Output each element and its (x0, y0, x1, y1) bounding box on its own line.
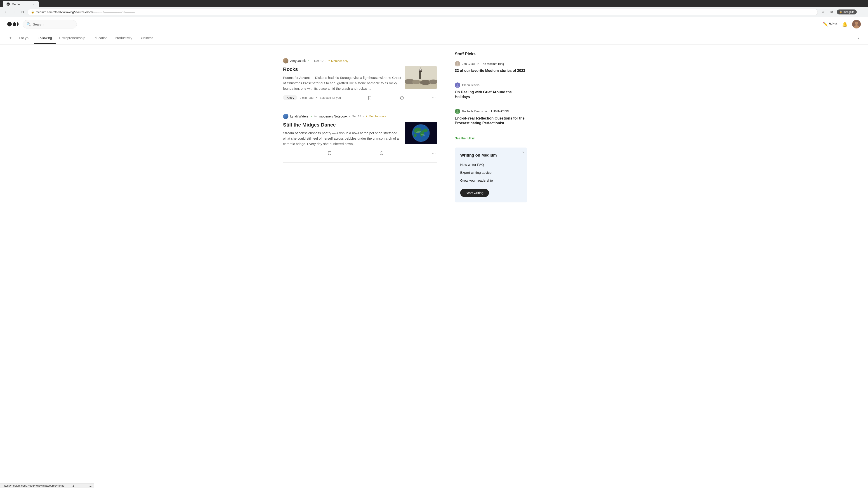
staff-pick-title[interactable]: 32 of our favorite Medium stories of 202… (455, 68, 527, 73)
tab-following[interactable]: Following (34, 32, 56, 44)
staff-pick-avatar (455, 83, 460, 88)
staff-pick-item: Jon Gluck in The Medium Blog 32 of our f… (455, 61, 527, 78)
main-content: Amy Jasek ✓ · Dec 12 · ✦ Member-only Roc… (276, 44, 592, 210)
nav-tabs: + For you Following Entrepreneurship Edu… (0, 32, 868, 44)
svg-point-47 (457, 110, 458, 112)
svg-point-2 (7, 22, 12, 26)
svg-point-39 (435, 153, 435, 154)
url-bar[interactable]: 🔒 medium.com/?feed=following&source=home… (28, 9, 818, 15)
expert-writing-advice-link[interactable]: Expert writing advice (460, 170, 522, 175)
nav-more-button[interactable]: › (856, 32, 861, 44)
writing-card-title: Writing on Medium (460, 153, 522, 158)
article-text: Rocks Poems for Advent — Dickens had his… (283, 66, 401, 91)
search-bar[interactable]: 🔍 Search (23, 20, 77, 29)
browser-tab-medium[interactable]: M Medium × (3, 1, 39, 7)
staff-pick-publication[interactable]: The Medium Blog (481, 62, 504, 66)
article-card: Lyndi Waters ✓ in Imogene's Notebook · D… (283, 107, 437, 163)
tab-entrepreneurship[interactable]: Entrepreneurship (56, 32, 89, 44)
member-star-icon: ✦ (366, 115, 368, 118)
tab-productivity[interactable]: Productivity (111, 32, 136, 44)
header-right: ✏️ Write 🔔 (823, 20, 861, 29)
tab-education[interactable]: Education (89, 32, 111, 44)
svg-point-41 (457, 62, 458, 64)
article-title[interactable]: Rocks (283, 66, 401, 73)
header-left: 🔍 Search (7, 20, 77, 29)
forward-button[interactable]: → (11, 8, 18, 15)
browser-window: M Medium × + ← → ↻ 🔒 medium.com/?feed=fo… (0, 0, 868, 17)
article-title[interactable]: Still the Midges Dance (283, 122, 401, 128)
writing-card-close-button[interactable]: × (522, 150, 524, 154)
article-thumbnail (405, 66, 437, 89)
tab-business[interactable]: Business (136, 32, 157, 44)
notification-button[interactable]: 🔔 (842, 22, 848, 27)
member-star-icon: ✦ (328, 59, 330, 62)
status-url: https://medium.com/?feed=following&sourc… (3, 484, 92, 487)
reload-button[interactable]: ↻ (19, 8, 26, 15)
app-header: 🔍 Search ✏️ Write 🔔 (0, 17, 868, 32)
add-topic-button[interactable]: + (7, 32, 13, 44)
staff-pick-author-name[interactable]: Glenn Jeffers (462, 84, 479, 87)
staff-pick-title[interactable]: End-of-Year Reflection Questions for the… (455, 116, 527, 126)
grow-readership-link[interactable]: Grow your readership (460, 178, 522, 183)
article-tag[interactable]: Poetry (283, 95, 297, 100)
staff-pick-avatar (455, 109, 460, 114)
staff-pick-author-name[interactable]: Rochelle Deans (462, 109, 483, 113)
svg-point-24 (433, 97, 434, 98)
incognito-badge: 🕵 Incognito (837, 9, 857, 14)
staff-pick-meta: Jon Gluck in The Medium Blog (455, 61, 527, 66)
browser-nav-controls: ← → ↻ (3, 8, 26, 15)
start-writing-button[interactable]: Start writing (460, 189, 489, 197)
feed: Amy Jasek ✓ · Dec 12 · ✦ Member-only Roc… (283, 52, 437, 202)
medium-logo[interactable] (7, 21, 19, 28)
write-icon: ✏️ (823, 22, 828, 27)
omnibar: ← → ↻ 🔒 medium.com/?feed=following&sourc… (0, 7, 868, 17)
search-icon: 🔍 (26, 22, 31, 26)
tab-label: Medium (12, 2, 22, 6)
new-tab-button[interactable]: + (40, 1, 46, 7)
member-badge: ✦ Member-only (328, 59, 348, 63)
staff-pick-title[interactable]: On Dealing with Grief Around the Holiday… (455, 90, 527, 99)
tab-for-you[interactable]: For you (16, 32, 34, 44)
see-full-list-link[interactable]: See the full list (455, 136, 475, 140)
write-button[interactable]: ✏️ Write (823, 22, 837, 27)
staff-pick-in: in (477, 62, 479, 66)
more-options-button[interactable] (431, 150, 437, 156)
article-excerpt: Stream of consciousness poetry — A fish … (283, 130, 401, 147)
member-label: Member-only (331, 59, 348, 63)
hide-button[interactable] (399, 95, 405, 101)
svg-point-31 (414, 133, 416, 137)
more-options-button[interactable]: ⋮ (859, 8, 865, 15)
more-options-button[interactable] (431, 95, 437, 101)
article-actions: Poetry 2 min read Selected for you (283, 95, 437, 101)
article-card: Amy Jasek ✓ · Dec 12 · ✦ Member-only Roc… (283, 52, 437, 107)
tab-favicon: M (6, 2, 10, 6)
staff-pick-publication[interactable]: ILLUMINATION (489, 109, 509, 113)
staff-pick-in: in (485, 109, 487, 113)
svg-rect-15 (419, 71, 421, 79)
hide-button[interactable] (379, 150, 384, 156)
article-meta: Amy Jasek ✓ · Dec 12 · ✦ Member-only (283, 58, 437, 64)
publication-name[interactable]: Imogene's Notebook (318, 115, 347, 118)
back-button[interactable]: ← (3, 8, 9, 15)
tab-close-button[interactable]: × (32, 2, 35, 6)
svg-point-25 (435, 97, 435, 98)
new-writer-faq-link[interactable]: New writer FAQ (460, 162, 522, 167)
article-body: Still the Midges Dance Stream of conscio… (283, 122, 437, 147)
staff-pick-item: Glenn Jeffers On Dealing with Grief Arou… (455, 83, 527, 104)
staff-pick-author-name[interactable]: Jon Gluck (462, 62, 475, 66)
bookmark-button[interactable]: ☆ (819, 8, 827, 15)
svg-point-3 (13, 22, 16, 26)
avatar[interactable] (852, 20, 861, 29)
staff-pick-meta: Glenn Jeffers (455, 83, 527, 88)
save-button[interactable] (327, 150, 333, 156)
split-view-button[interactable]: ⧉ (828, 8, 835, 15)
svg-point-12 (412, 80, 421, 84)
url-text: medium.com/?feed=following&source=home--… (36, 10, 135, 14)
article-read-time: 2 min read (300, 96, 313, 99)
tab-bar: M Medium × + (0, 0, 868, 7)
staff-picks: Staff Picks Jon Gluck in The Medium Blog… (455, 52, 527, 140)
author-avatar (283, 113, 288, 119)
save-button[interactable] (367, 95, 373, 101)
incognito-icon: 🕵 (839, 10, 842, 13)
article-thumbnail (405, 122, 437, 144)
